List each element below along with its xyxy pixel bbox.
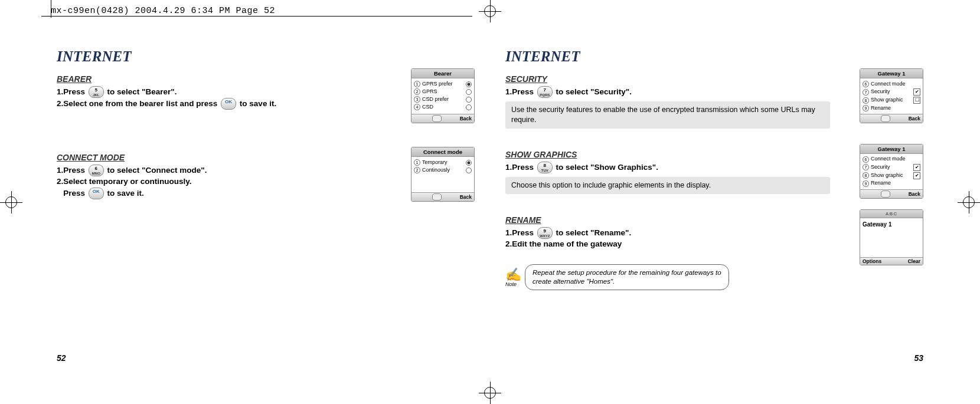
key-ok-icon: OK — [221, 98, 236, 110]
radio-icon — [466, 89, 472, 95]
note-callout: ✍Note Repeat the setup procedure for the… — [505, 264, 850, 290]
phone-title: Bearer — [411, 69, 474, 78]
phone-screen-rename: ABC Gateway 1 OptionsClear — [860, 209, 923, 265]
section-heading-graphics: SHOW GRAPHICS — [505, 150, 850, 159]
softkey-back: Back — [909, 191, 920, 197]
section-heading-rename: RENAME — [505, 215, 850, 225]
phone-screen-graphics: Gateway 1 6Connect mode 7Security✔ 8Show… — [860, 144, 923, 199]
phone-screen-bearer: Bearer 1GPRS prefer 2GPRS 3CSD prefer 4C… — [411, 68, 475, 123]
list-item: 4CSD — [414, 103, 472, 111]
list-item: 9Rename — [863, 180, 920, 188]
list-item: 7Security✔ — [863, 163, 920, 172]
nav-icon — [432, 193, 442, 201]
key-7-icon: 7PQRS — [537, 86, 553, 98]
check-icon: ✔ — [913, 172, 920, 179]
key-5-icon: 5JKL — [89, 86, 104, 98]
phone-title: Connect mode — [411, 147, 474, 157]
list-item: 6Connect mode — [863, 80, 920, 88]
softkey-back: Back — [460, 116, 472, 121]
radio-icon — [466, 160, 472, 166]
list-item: 2GPRS — [414, 88, 472, 96]
key-6-icon: 6MNO — [89, 165, 104, 176]
nav-icon — [881, 115, 890, 122]
softkey-clear: Clear — [908, 258, 920, 264]
key-8-icon: 8TUV — [537, 162, 553, 173]
list-item: 9Rename — [863, 104, 920, 112]
section-heading-bearer: BEARER — [57, 74, 401, 84]
body-text: 1.Press 9WXYZ to select "Rename". 2.Edit… — [505, 227, 850, 250]
section-heading-connect: CONNECT MODE — [57, 153, 401, 162]
check-icon: ✔ — [913, 164, 920, 171]
softkey-options: Options — [863, 258, 881, 264]
softkey-back: Back — [460, 194, 472, 200]
list-item: 7Security✔ — [863, 88, 920, 96]
body-text: 1.Press 6MNO to select "Connect mode". 2… — [57, 165, 401, 199]
page-number: 52 — [57, 353, 66, 363]
page-title: INTERNET — [505, 48, 923, 65]
radio-icon — [466, 81, 472, 87]
list-item: 1GPRS prefer — [414, 80, 472, 88]
registration-mark-bottom — [482, 385, 498, 400]
registration-mark-left — [4, 195, 19, 210]
list-item: 8Show graphic☐ — [863, 96, 920, 104]
phone-screen-connect: Connect mode 1Temporary 2Continously Bac… — [411, 147, 475, 202]
check-icon: ✔ — [913, 88, 920, 96]
key-9-icon: 9WXYZ — [537, 227, 553, 239]
radio-icon — [466, 104, 472, 110]
list-item: 3CSD prefer — [414, 96, 472, 103]
print-header: mx-c99en(0428) 2004.4.29 6:34 PM Page 52 — [51, 6, 275, 16]
registration-mark-top — [482, 4, 498, 19]
list-item: 1Temporary — [414, 159, 472, 166]
list-item: 8Show graphic✔ — [863, 172, 920, 180]
note-text: Repeat the setup procedure for the remai… — [525, 264, 729, 290]
phone-title: Gateway 1 — [860, 69, 923, 78]
crop-mark — [51, 0, 51, 18]
softkey-back: Back — [909, 116, 920, 121]
input-value: Gateway 1 — [863, 220, 920, 229]
page-right: INTERNET SECURITY 1.Press 7PQRS to selec… — [490, 41, 939, 363]
nav-icon — [881, 190, 890, 198]
note-icon: ✍Note — [505, 267, 521, 286]
section-heading-security: SECURITY — [505, 74, 850, 84]
list-item: 2Continously — [414, 166, 472, 174]
crop-mark — [41, 16, 472, 17]
body-text: 1.Press 5JKL to select "Bearer". 2.Selec… — [57, 86, 401, 110]
note-box: Choose this option to include graphic el… — [505, 177, 830, 194]
radio-icon — [466, 167, 472, 173]
note-box: Use the security features to enable the … — [505, 101, 830, 129]
key-ok-icon: OK — [89, 188, 104, 199]
body-text: 1.Press 8TUV to select "Show Graphics". — [505, 162, 850, 173]
list-item: 6Connect mode — [863, 156, 920, 163]
radio-icon — [466, 97, 472, 103]
page-title: INTERNET — [57, 48, 475, 65]
phone-title: Gateway 1 — [860, 144, 923, 154]
nav-icon — [432, 115, 442, 122]
page-left: INTERNET BEARER 1.Press 5JKL to select "… — [41, 41, 490, 363]
check-icon: ☐ — [913, 97, 920, 104]
phone-title: ABC — [860, 210, 923, 218]
page-number: 53 — [914, 353, 923, 363]
phone-screen-security: Gateway 1 6Connect mode 7Security✔ 8Show… — [860, 68, 923, 123]
registration-mark-right — [961, 195, 976, 210]
body-text: 1.Press 7PQRS to select "Security". — [505, 86, 850, 98]
